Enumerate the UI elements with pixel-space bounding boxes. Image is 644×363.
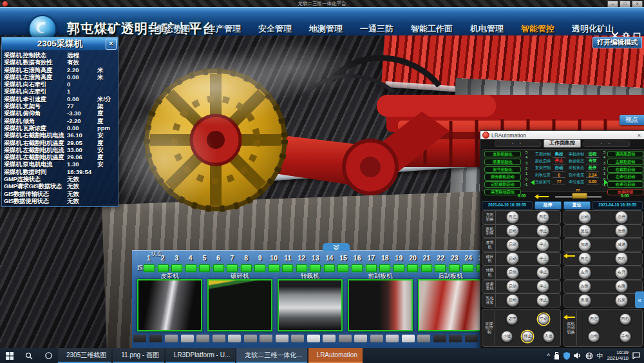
status-square[interactable]	[296, 264, 307, 272]
scrollbar-segment[interactable]	[370, 335, 383, 342]
round-button[interactable]: 远控	[506, 313, 518, 325]
round-button[interactable]: 启动	[506, 252, 519, 265]
round-button[interactable]: 停止	[536, 224, 549, 237]
scrollbar-segment[interactable]	[417, 335, 430, 342]
status-square[interactable]	[407, 264, 418, 272]
scrollbar-segment[interactable]	[213, 335, 225, 342]
camera-thumbnail[interactable]	[137, 279, 202, 331]
status-square[interactable]	[462, 264, 473, 272]
network-globe-icon[interactable]	[585, 352, 593, 360]
status-square[interactable]	[185, 264, 196, 272]
status-square[interactable]	[310, 264, 321, 272]
scrollbar-segment[interactable]	[196, 335, 209, 342]
menu-item[interactable]: 透明化矿山	[572, 23, 614, 35]
status-square[interactable]	[171, 264, 182, 272]
estop-button[interactable]: 急停	[535, 201, 562, 210]
reset-button[interactable]: 复位	[564, 201, 591, 210]
scrollbar-segment[interactable]	[307, 335, 320, 342]
round-button-highlighted[interactable]: 停止	[522, 331, 533, 342]
tray-expand-icon[interactable]: ^	[547, 353, 549, 359]
defender-shield-icon[interactable]	[564, 352, 570, 360]
menu-item[interactable]: 地测管理	[309, 23, 343, 35]
camera-thumbnail[interactable]	[278, 279, 343, 331]
usb-icon[interactable]	[554, 352, 560, 360]
scrollbar-segment[interactable]	[165, 335, 178, 342]
scrollbar-segment[interactable]	[402, 335, 415, 342]
round-button[interactable]: 总停	[615, 211, 628, 224]
round-button[interactable]: 停止	[536, 280, 549, 293]
menu-item[interactable]: 三维态势图	[148, 23, 190, 35]
round-button[interactable]: 急停	[615, 224, 628, 237]
round-button[interactable]: 复位	[578, 224, 591, 237]
scrollbar-segment[interactable]	[386, 335, 399, 342]
status-square[interactable]	[337, 264, 348, 272]
round-button[interactable]: 小速	[501, 331, 513, 342]
round-button[interactable]: 拉架	[615, 294, 628, 307]
scrollbar-segment[interactable]	[149, 335, 162, 342]
status-square[interactable]	[393, 264, 404, 272]
workface-control-tab[interactable]: 工作面集控	[544, 139, 581, 148]
motor-button[interactable]: 右截割启动	[607, 166, 643, 173]
scrollbar-segment[interactable]	[465, 335, 478, 342]
cortana-icon[interactable]	[39, 348, 58, 363]
motor-button[interactable]: 右牵引启动	[607, 181, 643, 188]
panel-collapse-tab[interactable]: «	[635, 291, 644, 308]
search-icon[interactable]	[19, 348, 39, 363]
lrautomation-close-icon[interactable]: ×	[638, 132, 642, 139]
preset-button[interactable]: 记忆截割启动	[484, 181, 521, 188]
status-square[interactable]	[352, 264, 363, 272]
clock[interactable]: 16:39 2021/4/10	[607, 350, 629, 361]
camera-thumbnail[interactable]	[418, 279, 483, 331]
menu-item[interactable]: 机电管理	[470, 23, 504, 35]
menu-item[interactable]: 生产管理	[207, 23, 241, 35]
collapse-strip-tab[interactable]	[323, 243, 350, 251]
lrautomation-titlebar[interactable]: LRAutomation ×	[480, 131, 644, 139]
round-button[interactable]: 停止	[536, 239, 549, 251]
round-button[interactable]: 自动	[588, 331, 600, 342]
round-button[interactable]: 启动	[506, 224, 519, 237]
status-square[interactable]	[199, 264, 210, 272]
panel-close-icon[interactable]: ×	[106, 39, 117, 50]
status-square[interactable]	[213, 264, 224, 272]
round-button[interactable]: 启动	[506, 280, 519, 293]
round-button[interactable]: 向左	[588, 313, 600, 325]
status-square[interactable]	[144, 264, 155, 272]
scrollbar-segment[interactable]	[276, 335, 289, 342]
scrollbar-segment[interactable]	[433, 335, 446, 342]
preset-button[interactable]: 喷雾初始化	[484, 159, 521, 165]
round-button[interactable]: 停止	[536, 294, 549, 307]
scrollbar-segment[interactable]	[323, 335, 336, 342]
status-square[interactable]	[241, 264, 252, 272]
round-button[interactable]: 减速	[615, 239, 628, 251]
taskbar-task-button[interactable]: 龙软二三维一体化...	[236, 348, 307, 363]
menu-item[interactable]: 智能工作面	[411, 23, 453, 35]
open-edit-mode-button[interactable]: 打开编辑模式	[592, 37, 642, 48]
status-square[interactable]	[324, 264, 335, 272]
status-square[interactable]	[158, 264, 169, 272]
start-button[interactable]	[0, 348, 19, 363]
round-button-highlighted[interactable]: 寸动	[538, 313, 549, 325]
camera-thumbnail[interactable]	[207, 279, 272, 331]
scrollbar-segment[interactable]	[181, 335, 194, 342]
status-square[interactable]	[435, 264, 446, 272]
round-button[interactable]: 停止	[536, 252, 549, 265]
round-button[interactable]: 手动	[620, 331, 631, 342]
preset-button[interactable]: 部分跟机启动	[484, 173, 521, 180]
round-button[interactable]: 右降	[615, 280, 628, 293]
scrollbar-segment[interactable]	[354, 335, 367, 342]
preset-button[interactable]: 支架初始化	[484, 151, 521, 157]
taskbar-task-button[interactable]: LR3DPlatform - U...	[166, 348, 235, 363]
motor-button[interactable]: 调高泵启动	[607, 151, 643, 157]
round-button[interactable]: 向右	[536, 211, 549, 224]
motor-button[interactable]: 左截割启动	[607, 159, 643, 165]
speaker-icon[interactable]	[574, 352, 582, 359]
round-button[interactable]: 推溜	[578, 294, 591, 307]
motor-button[interactable]: 左牵引启动	[607, 173, 643, 180]
round-button[interactable]: 启动	[506, 266, 519, 279]
action-center-icon[interactable]	[632, 352, 640, 359]
scrollbar-segment[interactable]	[228, 335, 241, 342]
round-button[interactable]: 向右	[620, 313, 631, 325]
round-button[interactable]: 启动	[506, 239, 519, 251]
status-square[interactable]	[379, 264, 390, 272]
round-button[interactable]: 向左	[506, 211, 519, 224]
